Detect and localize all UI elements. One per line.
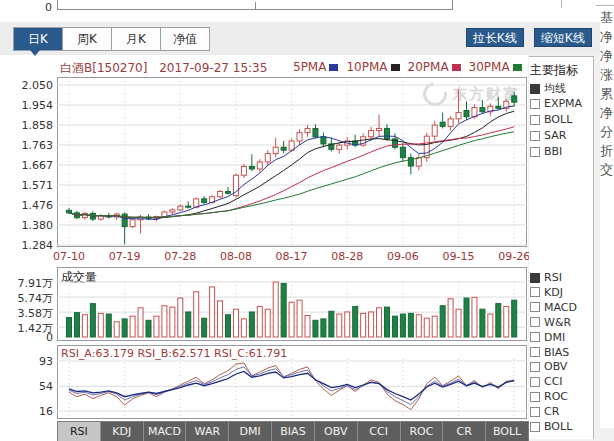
sidebar-sub-CCI[interactable]: CCI [530, 375, 563, 388]
sidebar-sub-DMI[interactable]: DMI [530, 331, 565, 344]
candle-body [416, 158, 421, 166]
volume-bar [361, 313, 366, 337]
sidebar-main-EXPMA[interactable]: EXPMA [530, 97, 582, 110]
top-white-strip [0, 0, 614, 22]
checkbox-OBV[interactable] [530, 362, 540, 372]
checkbox-label-OBV: OBV [544, 360, 567, 373]
legend-swatch-10PMA [391, 64, 400, 71]
sidebar-sub-BIAS[interactable]: BIAS [530, 346, 569, 359]
volume-bar [170, 307, 175, 337]
stretch-kline-button[interactable]: 拉长K线 [466, 28, 524, 47]
period-tab-净值[interactable]: 净值 [161, 28, 209, 50]
cutoff-menu-item[interactable]: 净 [600, 27, 614, 46]
volume-y-label: 0 [0, 331, 53, 344]
rsi-y-label: 16 [0, 405, 53, 418]
period-tab-月K[interactable]: 月K [112, 28, 161, 50]
shrink-kline-button[interactable]: 缩短K线 [534, 28, 592, 47]
volume-chart[interactable] [57, 267, 527, 341]
legend-label-5PMA: 5PMA [293, 60, 326, 74]
volume-bar [480, 309, 485, 337]
kline-x-label: 09-06 [383, 250, 423, 263]
indicator-tab-ROC[interactable]: ROC [401, 422, 444, 441]
candle-body [321, 137, 326, 144]
checkbox-BOLL[interactable] [530, 422, 540, 432]
checkbox-CR[interactable] [530, 407, 540, 417]
candle-body [226, 192, 231, 194]
period-tab-日K[interactable]: 日K [14, 28, 63, 50]
indicator-tab-OBV[interactable]: OBV [315, 422, 358, 441]
checkbox-RSI[interactable] [530, 273, 540, 283]
volume-bar [369, 312, 374, 337]
checkbox-label-CR: CR [544, 405, 559, 418]
indicator-tab-KDJ[interactable]: KDJ [101, 422, 144, 441]
indicator-tab-BOLL[interactable]: BOLL [486, 422, 528, 441]
cutoff-menu-item[interactable]: 净 [600, 46, 614, 65]
kline-y-label: 1.667 [0, 159, 53, 172]
rsi-chart[interactable] [57, 345, 527, 419]
indicator-tab-BIAS[interactable]: BIAS [272, 422, 315, 441]
checkbox-SAR[interactable] [530, 131, 540, 141]
sidebar-sub-KDJ[interactable]: KDJ [530, 286, 563, 299]
checkbox-label-BBI: BBI [544, 145, 562, 158]
volume-bar [67, 318, 72, 337]
volume-bar [265, 309, 270, 337]
cutoff-menu-item[interactable]: 折 [600, 141, 614, 160]
legend-swatch-20PMA [452, 64, 461, 71]
checkbox-DMI[interactable] [530, 332, 540, 342]
checkbox-CCI[interactable] [530, 377, 540, 387]
volume-bar [122, 319, 127, 337]
checkbox-BOLL[interactable] [530, 115, 540, 125]
checkbox-均线[interactable] [530, 84, 540, 94]
checkbox-BIAS[interactable] [530, 347, 540, 357]
volume-bar [74, 313, 79, 337]
volume-bar [90, 304, 95, 337]
sidebar-main-BOLL[interactable]: BOLL [530, 113, 572, 126]
kline-y-label: 1.858 [0, 119, 53, 132]
checkbox-label-W&R: W&R [544, 316, 571, 329]
sidebar-main-均线[interactable]: 均线 [530, 81, 566, 96]
candle-body [313, 128, 318, 136]
checkbox-EXPMA[interactable] [530, 99, 540, 109]
sidebar-main-BBI[interactable]: BBI [530, 145, 562, 158]
cutoff-menu-item[interactable]: 累 [600, 84, 614, 103]
sidebar-sub-RSI[interactable]: RSI [530, 271, 562, 284]
volume-bar [210, 287, 215, 337]
sidebar-sub-MACD[interactable]: MACD [530, 301, 577, 314]
cutoff-menu-item[interactable]: 净 [600, 103, 614, 122]
cutoff-panel-top-border [596, 5, 614, 6]
checkbox-label-DMI: DMI [544, 331, 565, 344]
sidebar-main-SAR[interactable]: SAR [530, 129, 566, 142]
kline-x-label: 07-19 [105, 250, 145, 263]
cutoff-menu-item[interactable]: 基 [600, 8, 614, 27]
checkbox-BBI[interactable] [530, 147, 540, 157]
indicator-tab-CR[interactable]: CR [443, 422, 486, 441]
indicator-tab-DMI[interactable]: DMI [229, 422, 272, 441]
sidebar-sub-BOLL[interactable]: BOLL [530, 420, 572, 433]
sidebar-sub-ROC[interactable]: ROC [530, 390, 568, 403]
checkbox-label-SAR: SAR [544, 129, 566, 142]
volume-bar [218, 301, 223, 337]
legend-label-10PMA: 10PMA [346, 60, 387, 74]
cutoff-menu-item[interactable]: 分 [600, 122, 614, 141]
sidebar-sub-CR[interactable]: CR [530, 405, 559, 418]
cutoff-menu-item[interactable]: 涨 [600, 65, 614, 84]
kline-y-label: 1.476 [0, 199, 53, 212]
volume-bar [377, 308, 382, 337]
sidebar-sub-OBV[interactable]: OBV [530, 360, 567, 373]
checkbox-KDJ[interactable] [530, 287, 540, 297]
indicator-tab-MACD[interactable]: MACD [144, 422, 187, 441]
checkbox-W&R[interactable] [530, 317, 540, 327]
period-tab-周K[interactable]: 周K [63, 28, 112, 50]
volume-bar [432, 316, 437, 337]
checkbox-MACD[interactable] [530, 302, 540, 312]
checkbox-ROC[interactable] [530, 392, 540, 402]
indicator-tab-RSI[interactable]: RSI [58, 422, 101, 441]
kline-chart[interactable] [57, 77, 527, 247]
candle-body [218, 192, 223, 197]
cutoff-menu-item[interactable]: 交 [600, 160, 614, 179]
sidebar-sub-W&R[interactable]: W&R [530, 316, 571, 329]
indicator-tab-WAR[interactable]: WAR [186, 422, 229, 441]
kline-y-label: 1.954 [0, 99, 53, 112]
candle-body [480, 108, 485, 112]
indicator-tab-CCI[interactable]: CCI [358, 422, 401, 441]
